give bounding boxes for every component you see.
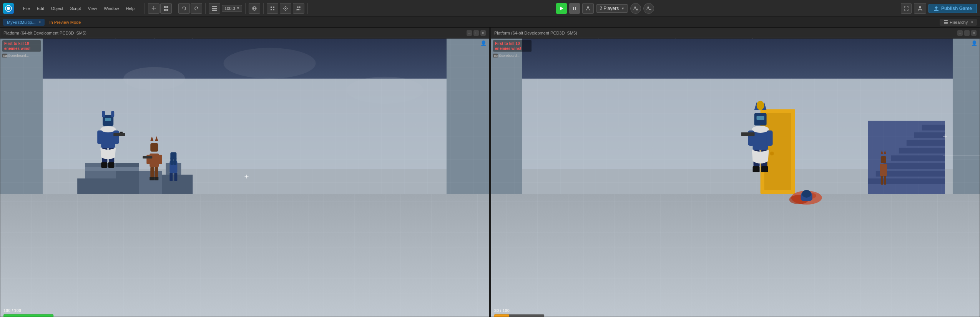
right-viewport[interactable]: S 100 200 300 356 [491, 38, 980, 317]
svg-rect-164 [884, 176, 886, 185]
add-player-btn[interactable] [630, 3, 641, 14]
tool-group-1 [148, 3, 172, 14]
toolbar-divider-5 [263, 3, 264, 14]
snap-btn[interactable] [267, 3, 278, 14]
right-minimize-btn[interactable]: ─ [957, 30, 963, 36]
layout-btn[interactable] [209, 3, 220, 14]
move-tool-btn[interactable] [148, 3, 159, 14]
left-minimize-btn[interactable]: ─ [467, 30, 472, 36]
svg-rect-131 [907, 140, 945, 146]
hierarchy-label: Hierarchy [950, 20, 968, 25]
svg-rect-149 [741, 132, 755, 136]
svg-text:👤: 👤 [480, 40, 487, 46]
svg-rect-81 [143, 156, 152, 158]
svg-text:Tab: Tab [493, 54, 498, 58]
svg-rect-84 [149, 177, 154, 180]
svg-rect-17 [273, 9, 274, 10]
person-group-btn[interactable] [293, 3, 304, 14]
left-close-btn[interactable]: × [480, 30, 486, 36]
svg-rect-68 [105, 118, 111, 121]
menu-bar: File Edit Object Script View Window Help [20, 5, 138, 12]
svg-rect-76 [120, 132, 123, 133]
redo-btn[interactable] [191, 3, 202, 14]
account-btn[interactable] [914, 3, 926, 14]
menu-file[interactable]: File [20, 5, 33, 12]
svg-rect-130 [899, 148, 945, 154]
right-maximize-btn[interactable]: □ [964, 30, 970, 36]
hierarchy-tab[interactable]: Hierarchy × [940, 19, 977, 26]
svg-rect-152 [753, 166, 760, 172]
chevron-down-icon: ▼ [237, 7, 240, 10]
play-button[interactable] [556, 3, 567, 14]
tab-close-icon[interactable]: × [39, 20, 41, 24]
svg-point-20 [299, 6, 301, 8]
svg-rect-10 [212, 10, 217, 11]
svg-text:First to kill 10: First to kill 10 [495, 41, 520, 46]
svg-rect-35 [0, 38, 489, 39]
menu-window[interactable]: Window [101, 5, 122, 12]
menu-help[interactable]: Help [123, 5, 138, 12]
svg-rect-103 [3, 314, 53, 317]
svg-text:enemies wins!: enemies wins! [4, 46, 30, 51]
svg-rect-75 [113, 133, 125, 136]
svg-rect-23 [575, 7, 576, 10]
left-panel: Platform (64-bit Development PCD3D_SM5) … [0, 28, 489, 317]
center-controls: 2 Players ▼ [311, 3, 899, 14]
svg-rect-78 [150, 143, 158, 152]
svg-rect-126 [868, 178, 945, 184]
right-close-btn[interactable]: × [971, 30, 977, 36]
svg-text:100 / 100: 100 / 100 [3, 308, 21, 313]
menu-object[interactable]: Object [48, 5, 66, 12]
preview-mode-label: In Preview Mode [49, 20, 81, 25]
player-toggle-btn[interactable] [582, 3, 594, 14]
undo-btn[interactable] [178, 3, 190, 14]
grid-btn[interactable] [160, 3, 172, 14]
svg-text:30 / 100: 30 / 100 [494, 308, 510, 313]
svg-rect-66 [102, 111, 105, 117]
project-tab[interactable]: MyFirstMultip... × [3, 19, 45, 26]
svg-rect-15 [273, 7, 274, 8]
publish-game-button[interactable]: Publish Game [929, 4, 977, 13]
undo-redo-group [178, 3, 202, 14]
svg-marker-21 [560, 7, 563, 10]
svg-text:👤: 👤 [971, 40, 978, 46]
menu-view[interactable]: View [85, 5, 100, 12]
svg-rect-70 [113, 130, 119, 144]
zoom-control[interactable]: 100.0 ▼ [222, 5, 242, 12]
svg-rect-145 [757, 116, 764, 120]
right-panel-titlebar: Platform (64-bit Development PCD3D_SM5) … [491, 28, 980, 38]
pause-button[interactable] [569, 3, 580, 14]
menu-edit[interactable]: Edit [34, 5, 47, 12]
remove-player-btn[interactable] [643, 3, 654, 14]
world-transform-btn[interactable] [249, 3, 260, 14]
players-dropdown[interactable]: 2 Players ▼ [596, 4, 628, 13]
hierarchy-close-icon[interactable]: × [971, 20, 973, 24]
secondary-toolbar: MyFirstMultip... × In Preview Mode Hiera… [0, 17, 980, 28]
svg-point-146 [757, 101, 764, 110]
svg-rect-69 [97, 130, 103, 144]
svg-rect-33 [944, 22, 948, 23]
svg-point-64 [100, 126, 116, 132]
svg-rect-31 [934, 10, 938, 11]
left-panel-title: Platform (64-bit Development PCD3D_SM5) [3, 31, 86, 35]
svg-rect-22 [573, 7, 574, 10]
svg-rect-59 [77, 178, 146, 194]
toolbar-divider-2 [175, 3, 175, 14]
settings-btn[interactable] [280, 3, 291, 14]
svg-rect-85 [154, 177, 158, 180]
app-logo [3, 3, 15, 14]
publish-label: Publish Game [941, 6, 972, 11]
svg-rect-82 [150, 167, 154, 178]
players-label: 2 Players [600, 6, 619, 11]
menu-script[interactable]: Script [67, 5, 84, 12]
main-content: Platform (64-bit Development PCD3D_SM5) … [0, 28, 980, 317]
toolbar-divider-4 [245, 3, 246, 14]
svg-point-28 [648, 7, 649, 8]
toolbar-divider-1 [145, 3, 145, 14]
svg-text:enemies wins!: enemies wins! [495, 46, 521, 51]
fullscreen-btn[interactable] [901, 3, 912, 14]
left-maximize-btn[interactable]: □ [473, 30, 479, 36]
svg-rect-128 [884, 163, 945, 169]
left-viewport[interactable]: NW 245 300 355 [0, 38, 489, 317]
toolbar-divider-6 [307, 3, 308, 14]
